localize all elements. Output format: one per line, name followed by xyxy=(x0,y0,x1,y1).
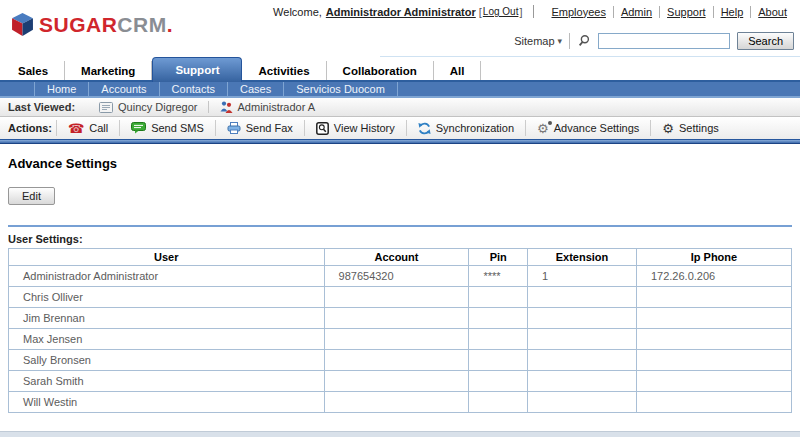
sugarcrm-app: { "logo": { "sugar": "SUGAR", "crm": "CR… xyxy=(0,0,800,437)
logout-link[interactable]: Log Out xyxy=(483,6,519,17)
column-header-pin: Pin xyxy=(469,249,528,266)
settings-gear-icon: ⚙ xyxy=(662,122,674,135)
advance-settings-gear-icon: ⚙ xyxy=(537,122,549,135)
last-viewed-item[interactable]: Administrador A xyxy=(208,101,326,113)
cell-ip-phone xyxy=(636,287,791,308)
logo-text: SUGARCRM. xyxy=(39,14,173,35)
tab-support[interactable]: Support xyxy=(152,57,242,82)
tab-all[interactable]: All xyxy=(434,61,482,80)
table-row: Will Westin xyxy=(9,392,792,413)
action-label: Advance Settings xyxy=(554,122,640,134)
user-settings-label: User Settings: xyxy=(8,233,792,245)
sync-icon xyxy=(418,122,431,135)
actions-label: Actions: xyxy=(8,122,52,134)
divider xyxy=(533,5,534,18)
table-row: Jim Brennan xyxy=(9,308,792,329)
cell-account xyxy=(324,350,469,371)
subnav-item-home[interactable]: Home xyxy=(34,82,89,96)
search-input[interactable] xyxy=(598,33,730,49)
top-link-employees[interactable]: Employees xyxy=(544,6,612,18)
top-links: Employees Admin Support Help About xyxy=(544,6,794,18)
welcome-text: Welcome, xyxy=(273,6,322,18)
cell-extension xyxy=(528,371,637,392)
sugarcrm-logo[interactable]: SUGARCRM. xyxy=(12,13,173,36)
cell-pin xyxy=(469,308,528,329)
action-send-sms[interactable]: Send SMS xyxy=(119,120,215,136)
cell-account: 987654320 xyxy=(324,266,469,287)
cell-user: Will Westin xyxy=(9,392,325,413)
action-advance-settings[interactable]: ⚙ Advance Settings xyxy=(525,120,650,136)
chevron-down-icon: ▾ xyxy=(558,37,563,46)
top-link-about[interactable]: About xyxy=(750,6,794,18)
cell-extension xyxy=(528,287,637,308)
top-link-support[interactable]: Support xyxy=(659,6,713,18)
tab-activities[interactable]: Activities xyxy=(242,61,326,80)
welcome-bar: Welcome, Administrador Administrator [ L… xyxy=(273,5,794,18)
table-row: Sarah Smith xyxy=(9,371,792,392)
footer-strip xyxy=(0,431,800,437)
tab-sales[interactable]: Sales xyxy=(2,61,65,80)
cell-extension xyxy=(528,392,637,413)
action-label: View History xyxy=(334,122,395,134)
tab-marketing[interactable]: Marketing xyxy=(65,61,152,80)
table-row: Sally Bronsen xyxy=(9,350,792,371)
last-viewed-bar: Last Viewed: Quincy Digregor Administrad… xyxy=(0,98,800,117)
sitemap-dropdown[interactable]: Sitemap ▾ xyxy=(514,35,562,47)
cell-ip-phone xyxy=(636,329,791,350)
cell-account xyxy=(324,329,469,350)
table-row: Administrador Administrator 987654320 **… xyxy=(9,266,792,287)
cell-extension xyxy=(528,308,637,329)
users-icon xyxy=(219,101,233,113)
cell-pin xyxy=(469,350,528,371)
page-title: Advance Settings xyxy=(8,156,792,171)
table-row: Chris Olliver xyxy=(9,287,792,308)
last-viewed-item-label: Administrador A xyxy=(238,101,316,113)
action-view-history[interactable]: View History xyxy=(304,120,406,136)
actions-toolbar: Actions: ☎ Call Send SMS Send Fax xyxy=(0,117,800,139)
column-header-account: Account xyxy=(324,249,469,266)
action-label: Settings xyxy=(679,122,719,134)
cell-user: Sarah Smith xyxy=(9,371,325,392)
cell-pin: **** xyxy=(469,266,528,287)
top-link-admin[interactable]: Admin xyxy=(613,6,659,18)
search-button[interactable]: Search xyxy=(737,32,794,50)
current-user-link[interactable]: Administrador Administrator xyxy=(326,6,476,18)
subnav-item-contacts[interactable]: Contacts xyxy=(160,82,228,96)
action-label: Call xyxy=(89,122,108,134)
fax-icon xyxy=(227,122,241,134)
cell-pin xyxy=(469,329,528,350)
header: SUGARCRM. Welcome, Administrador Adminis… xyxy=(0,0,800,57)
action-label: Synchronization xyxy=(436,122,514,134)
column-header-ip-phone: Ip Phone xyxy=(636,249,791,266)
divider xyxy=(569,33,570,49)
cell-user: Chris Olliver xyxy=(9,287,325,308)
subnav-item-accounts[interactable]: Accounts xyxy=(89,82,159,96)
cell-pin xyxy=(469,287,528,308)
cell-account xyxy=(324,308,469,329)
table-header: User Account Pin Extension Ip Phone xyxy=(9,249,792,266)
sub-nav-bar: Home Accounts Contacts Cases Servicios D… xyxy=(0,82,800,98)
cell-pin xyxy=(469,371,528,392)
view-history-icon xyxy=(316,122,329,135)
last-viewed-item[interactable]: Quincy Digregor xyxy=(89,101,207,113)
cell-account xyxy=(324,392,469,413)
search-icon xyxy=(577,34,591,48)
section-divider xyxy=(8,225,792,227)
subnav-item-servicios-duocom[interactable]: Servicios Duocom xyxy=(284,82,398,96)
module-tab-bar: Sales Marketing Support Activities Colla… xyxy=(0,61,800,82)
tab-collaboration[interactable]: Collaboration xyxy=(327,61,434,80)
subnav-item-cases[interactable]: Cases xyxy=(228,82,284,96)
edit-button[interactable]: Edit xyxy=(8,187,55,205)
table-body: Administrador Administrator 987654320 **… xyxy=(9,266,792,413)
action-settings[interactable]: ⚙ Settings xyxy=(650,120,729,136)
top-link-help[interactable]: Help xyxy=(713,6,751,18)
last-viewed-label: Last Viewed: xyxy=(8,101,75,113)
action-synchronization[interactable]: Synchronization xyxy=(406,120,525,136)
contact-card-icon xyxy=(99,102,113,113)
cell-user: Administrador Administrator xyxy=(9,266,325,287)
bracket: [ xyxy=(479,6,482,18)
header-underline xyxy=(380,56,800,57)
action-call[interactable]: ☎ Call xyxy=(56,120,119,136)
action-send-fax[interactable]: Send Fax xyxy=(215,120,304,136)
cell-user: Sally Bronsen xyxy=(9,350,325,371)
